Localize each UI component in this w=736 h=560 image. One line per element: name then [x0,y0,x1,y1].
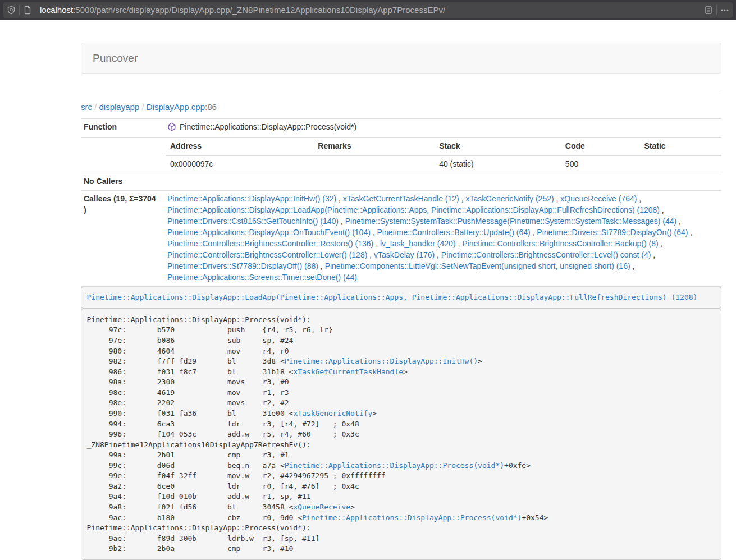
url-host: localhost [40,5,73,15]
assembly-text: +0x54> [522,513,548,522]
reader-view-icon[interactable] [701,2,716,18]
assembly-text: Pinetime::Applications::DisplayApp::Proc… [87,524,311,532]
assembly-text: > [403,368,408,376]
breadcrumb-link[interactable]: displayapp [99,102,140,112]
assembly-text: 994: 6ca3 ldr r3, [r4, #72] ; 0x48 [87,420,359,428]
assembly-text: > [478,357,482,365]
assembly-text: 9a2: 6ce0 ldr r0, [r4, #76] ; 0x4c [87,482,359,490]
assembly-text: 9ac: b180 cbz r0, 9d0 < [87,513,303,522]
shield-icon[interactable] [3,2,19,18]
callee-link[interactable]: Pinetime::Drivers::Cst816S::GetTouchInfo… [167,217,339,226]
function-name: Pinetime::Applications::DisplayApp::Proc… [180,122,356,131]
symbol-details-table: AddressRemarksStackCodeStatic 0x0000097c… [166,138,721,173]
assembly-text: 9b2: 2b0a cmp r3, #10 [87,544,294,553]
callee-link[interactable]: Pinetime::Drivers::St7789::DisplayOn() (… [537,228,688,237]
callee-link[interactable]: xQueueReceive (764) [560,194,637,203]
callee-link[interactable]: Pinetime::Applications::DisplayApp::Init… [167,194,336,203]
callee-separator: , [554,194,561,203]
browser-toolbar: localhost:5000/path/src/displayapp/Displ… [0,0,736,20]
callee-link[interactable]: Pinetime::Controllers::BrightnessControl… [167,250,367,259]
breadcrumb-link[interactable]: DisplayApp.cpp [147,102,205,112]
assembly-symbol-link[interactable]: xQueueReceive [293,503,350,511]
url-input[interactable]: localhost:5000/path/src/displayapp/Displ… [40,5,701,15]
callee-link[interactable]: vTaskDelay (176) [374,250,435,259]
page-actions-icon[interactable] [717,2,733,18]
assembly-text: _ZN8Pinetime12Applications10DisplayApp7R… [87,440,311,449]
assembly-text: 98e: 2202 movs r2, #2 [87,398,289,407]
callee-separator: , [336,194,343,203]
callee-separator: , [459,194,466,203]
assembly-text: 97c: b570 push {r4, r5, r6, lr} [87,325,333,334]
callee-link[interactable]: Pinetime::System::SystemTask::PushMessag… [345,217,677,226]
highlighted-symbol-link[interactable]: Pinetime::Applications::DisplayApp::Load… [87,293,698,301]
callee-separator: , [630,261,635,270]
callee-separator: , [651,250,655,259]
assembly-text: 9a4: f10d 010b add.w r1, sp, #11 [87,492,311,501]
callee-separator: , [659,239,663,248]
app-header: Puncover [81,43,721,74]
assembly-text: > [350,503,355,511]
callee-link[interactable]: lv_task_handler (420) [380,239,456,248]
callee-separator: , [371,228,377,237]
callee-link[interactable]: Pinetime::Controllers::BrightnessControl… [441,250,651,259]
callee-link[interactable]: Pinetime::Controllers::Battery::Update()… [377,228,531,237]
package-cube-icon [167,122,176,135]
assembly-symbol-link[interactable]: xTaskGenericNotify [293,409,372,417]
breadcrumb: src / displayapp / DisplayApp.cpp:86 [81,102,721,112]
assembly-text: 990: f031 fa36 bl 31e00 < [87,409,294,417]
details-value-cell: 500 [561,155,640,173]
details-column-header: Stack [435,138,561,155]
function-label: Function [81,119,163,138]
assembly-text: 99a: 2b01 cmp r3, #1 [87,451,289,459]
assembly-text: 986: f031 f8c7 bl 31b18 < [87,368,294,376]
assembly-symbol-link[interactable]: Pinetime::Applications::DisplayApp::Init… [285,357,478,365]
assembly-symbol-link[interactable]: Pinetime::Applications::DisplayApp::Proc… [285,461,504,470]
breadcrumb-separator: / [139,102,147,112]
assembly-text: 996: f104 053c add.w r5, r4, #60 ; 0x3c [87,430,359,438]
symbol-details-row: AddressRemarksStackCodeStatic 0x0000097c… [81,137,721,173]
callee-link[interactable]: Pinetime::Drivers::St7789::DisplayOff() … [167,261,318,270]
details-value-cell: 40 (static) [435,155,561,173]
callee-separator: , [676,217,681,226]
details-value-cell [639,155,721,173]
address-bar[interactable]: localhost:5000/path/src/displayapp/Displ… [3,2,733,18]
assembly-text: > [372,409,377,417]
breadcrumb-separator: / [92,102,99,112]
assembly-text: 99e: f04f 32ff mov.w r2, #4294967295 ; 0… [87,471,386,480]
callee-link[interactable]: xTaskGenericNotify (252) [465,194,554,203]
no-callers-label: No Callers [81,173,163,190]
callee-separator: , [435,250,441,259]
callee-link[interactable]: Pinetime::Applications::Screens::Timer::… [167,273,357,282]
callee-link[interactable]: Pinetime::Controllers::BrightnessControl… [462,239,658,248]
assembly-text: 98a: 2300 movs r3, #0 [87,378,289,386]
callee-separator: , [531,228,537,237]
callee-link[interactable]: Pinetime::Applications::DisplayApp::Load… [167,205,660,214]
details-column-header: Code [561,138,640,155]
assembly-text: 97e: b086 sub sp, #24 [87,336,294,345]
callee-link[interactable]: xTaskGetCurrentTaskHandle (12) [343,194,459,203]
breadcrumb-line-number: :86 [205,102,217,112]
callee-link[interactable]: Pinetime::Components::LittleVgl::SetNewT… [325,261,630,270]
callee-link[interactable]: Pinetime::Applications::DisplayApp::OnTo… [167,228,371,237]
details-header-row: AddressRemarksStackCodeStatic [166,138,721,155]
app-title[interactable]: Puncover [81,52,138,65]
callee-separator: , [688,228,693,237]
assembly-symbol-link[interactable]: Pinetime::Applications::DisplayApp::Proc… [302,513,522,522]
details-value-row: 0x0000097c40 (static)500 [166,155,721,173]
assembly-text: 982: f7ff fd29 bl 3d8 < [87,357,285,365]
callees-row: Callees (19, Σ=3704 ) Pinetime::Applicat… [81,190,721,286]
details-value-cell [313,155,435,173]
function-name-cell: Pinetime::Applications::DisplayApp::Proc… [163,119,721,138]
callee-link[interactable]: Pinetime::Controllers::BrightnessControl… [167,239,373,248]
page-info-icon[interactable] [20,2,35,18]
divider [81,90,721,90]
callees-label: Callees (19, Σ=3704 ) [81,190,163,286]
function-table: Function Pinetime::Applications::Display… [81,118,721,287]
url-path: :5000/path/src/displayapp/DisplayApp.cpp… [73,5,445,15]
callees-list: Pinetime::Applications::DisplayApp::Init… [163,190,721,286]
breadcrumb-link[interactable]: src [81,102,92,112]
callee-separator: , [637,194,641,203]
assembly-symbol-link[interactable]: xTaskGetCurrentTaskHandle [293,368,403,376]
callee-separator: , [318,261,325,270]
assembly-text: +0xfe> [504,461,531,470]
